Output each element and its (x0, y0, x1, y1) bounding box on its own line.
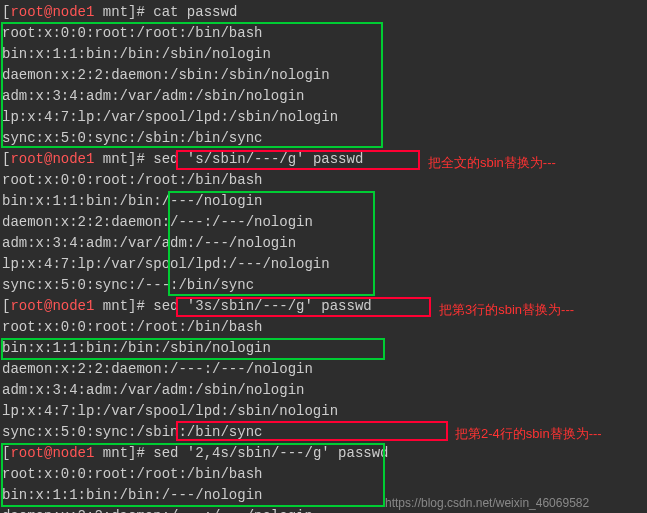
output-line: daemon:x:2:2:daemon:/sbin:/sbin/nologin (2, 65, 645, 86)
prompt-path: mnt (103, 151, 128, 167)
prompt-symbol: # (136, 445, 144, 461)
output-line: adm:x:3:4:adm:/var/adm:/sbin/nologin (2, 380, 645, 401)
output-line: lp:x:4:7:lp:/var/spool/lpd:/sbin/nologin (2, 401, 645, 422)
output-line: adm:x:3:4:adm:/var/adm:/sbin/nologin (2, 86, 645, 107)
output-line: bin:x:1:1:bin:/bin:/sbin/nologin (2, 44, 645, 65)
output-line: lp:x:4:7:lp:/var/spool/lpd:/---/nologin (2, 254, 645, 275)
prompt-path: mnt (103, 4, 128, 20)
prompt-user: root@node1 (10, 298, 94, 314)
output-line: bin:x:1:1:bin:/bin:/---/nologin (2, 191, 645, 212)
annotation-text: 把全文的sbin替换为--- (428, 153, 556, 173)
watermark-text: https://blog.csdn.net/weixin_46069582 (385, 494, 589, 512)
output-line: root:x:0:0:root:/root:/bin/bash (2, 23, 645, 44)
output-line: root:x:0:0:root:/root:/bin/bash (2, 317, 645, 338)
annotation-text: 把第3行的sbin替换为--- (439, 300, 574, 320)
output-line: root:x:0:0:root:/root:/bin/bash (2, 170, 645, 191)
output-line: root:x:0:0:root:/root:/bin/bash (2, 464, 645, 485)
output-line: daemon:x:2:2:daemon:/---:/---/nologin (2, 212, 645, 233)
command-text: sed '3s/sbin/---/g' passwd (153, 298, 371, 314)
prompt-user: root@node1 (10, 4, 94, 20)
command-text: sed '2,4s/sbin/---/g' passwd (153, 445, 388, 461)
output-line: lp:x:4:7:lp:/var/spool/lpd:/sbin/nologin (2, 107, 645, 128)
annotation-text: 把第2-4行的sbin替换为--- (455, 424, 602, 444)
output-line: daemon:x:2:2:daemon:/---:/---/nologin (2, 359, 645, 380)
output-line: sync:x:5:0:sync:/---:/bin/sync (2, 275, 645, 296)
prompt-path: mnt (103, 445, 128, 461)
prompt-symbol: # (136, 151, 144, 167)
command-text: cat passwd (153, 4, 237, 20)
prompt-symbol: # (136, 4, 144, 20)
output-line: bin:x:1:1:bin:/bin:/sbin/nologin (2, 338, 645, 359)
prompt-user: root@node1 (10, 151, 94, 167)
output-line: adm:x:3:4:adm:/var/adm:/---/nologin (2, 233, 645, 254)
prompt-line[interactable]: [root@node1 mnt]# cat passwd (2, 2, 645, 23)
prompt-user: root@node1 (10, 445, 94, 461)
prompt-symbol: # (136, 298, 144, 314)
prompt-path: mnt (103, 298, 128, 314)
prompt-line[interactable]: [root@node1 mnt]# sed '2,4s/sbin/---/g' … (2, 443, 645, 464)
output-line: sync:x:5:0:sync:/sbin:/bin/sync (2, 128, 645, 149)
command-text: sed 's/sbin/---/g' passwd (153, 151, 363, 167)
